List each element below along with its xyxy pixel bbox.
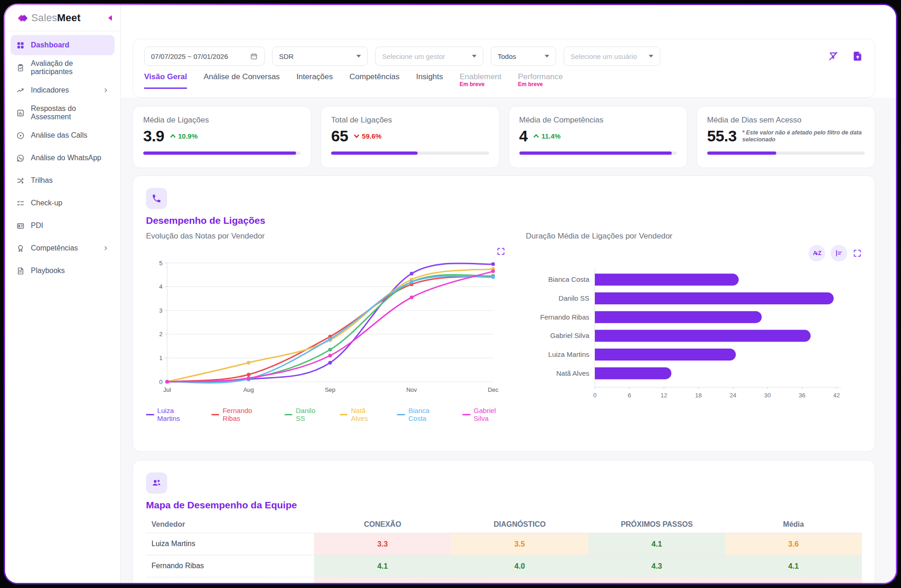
svg-text:Jul: Jul [163,386,171,393]
col-conexao: CONEXÃO [314,516,451,533]
line-chart-title: Evolução das Notas por Vendedor [146,232,512,241]
svg-text:Fernando Ribas: Fernando Ribas [540,313,589,321]
caret-down-icon [649,55,653,58]
line-chart-panel: Evolução das Notas por Vendedor 012345Ju… [146,232,512,422]
svg-text:36: 36 [799,392,805,399]
svg-text:2: 2 [159,331,163,338]
kpi-total-ligacoes: Total de Ligações 65 59.6% [320,106,499,168]
sidebar-item-respostas-assessment[interactable]: Respostas do Assessment [11,103,115,123]
legend-item[interactable]: Fernando Ribas [211,407,271,422]
sidebar-item-trilhas[interactable]: Trilhas [11,170,115,191]
kpi-label: Média de Competências [519,116,677,125]
date-range-input[interactable]: 07/07/2025 ~ 07/01/2026 [144,47,265,66]
sidebar-item-label: Check-up [31,199,62,207]
fullscreen-icon[interactable] [496,247,506,256]
legend-item[interactable]: Luiza Martins [146,407,198,422]
kpi-value: 55.3 [707,127,737,145]
line-chart-legend: Luiza MartinsFernando RibasDanilo SSNatã… [146,407,512,422]
fullscreen-icon[interactable] [853,249,862,258]
coming-soon-badge: Em breve [518,82,563,88]
sidebar-item-avaliacao[interactable]: Avaliação de participantes [11,58,115,78]
score-cell: 3.6 [725,533,862,555]
bar-chart-panel: Duração Média de Ligações por Vendedor A… [512,232,862,422]
sidebar-item-competencias[interactable]: Competências [11,238,115,258]
legend-label: Natã Alves [351,407,383,422]
play-circle-icon [16,131,25,140]
score-cell: 4.1 [314,555,451,577]
svg-text:30: 30 [764,392,771,399]
caret-down-icon [545,55,549,58]
team-table: Vendedor CONEXÃO DIAGNÓSTICO PRÓXIMOS PA… [146,516,862,583]
sidebar-item-label: PDI [31,221,43,230]
coming-soon-badge: Em breve [459,82,501,88]
clear-filter-icon[interactable] [828,51,839,62]
sidebar-item-pdi[interactable]: PDI [11,215,115,236]
svg-text:0: 0 [593,392,596,399]
legend-item[interactable]: Natã Alves [340,407,384,422]
app-window: SalesMeet Dashboard Avaliação de partici… [5,5,896,583]
tab-performance[interactable]: Performance Em breve [518,72,563,93]
legend-swatch [340,414,348,415]
kpi-media-ligacoes: Média de Ligações 3.9 10.9% [133,106,311,168]
sidebar-item-label: Trilhas [31,176,52,185]
svg-text:Dec: Dec [488,386,499,393]
col-proximos-passos: PRÓXIMOS PASSOS [588,516,725,533]
sidebar-collapse-icon[interactable] [108,15,112,21]
col-media: Média [725,516,862,533]
section-title: Desempenho de Ligações [146,215,862,226]
caret-down-icon [472,55,477,58]
sidebar-item-analise-whatsapp[interactable]: Análise do WhatsApp [11,148,115,168]
sidebar-item-checkup[interactable]: Check-up [11,193,115,213]
tab-insights[interactable]: Insights [416,72,443,87]
main-content: 07/07/2025 ~ 07/01/2026 SDR Selecione um… [121,5,896,583]
tab-visao-geral[interactable]: Visão Geral [144,72,187,89]
score-cell: 3.5 [451,533,588,555]
table-row: Fernando Ribas 4.1 4.0 4.3 4.1 [146,555,862,577]
line-chart: 012345JulAugSepNovDec [146,257,500,396]
gestor-placeholder: Selecione um gestor [382,52,445,60]
legend-item[interactable]: Danilo SS [285,407,326,422]
svg-text:Gabriel Silva: Gabriel Silva [550,332,590,339]
calendar-icon [250,52,258,60]
score-cell: 3.3 [314,533,451,555]
filter-bar: 07/07/2025 ~ 07/01/2026 SDR Selecione um… [133,39,875,98]
tab-analise-conversas[interactable]: Análise de Conversas [203,72,279,87]
tab-competencias[interactable]: Competências [349,72,400,87]
user-select[interactable]: Selecione um usuário [564,47,660,66]
kpi-label: Total de Ligações [331,116,488,125]
kpi-row: Média de Ligações 3.9 10.9% Total de Lig… [133,106,875,168]
kpi-value: 3.9 [143,127,164,145]
svg-text:Sep: Sep [325,386,335,393]
sort-az-button[interactable]: AZ [808,245,825,262]
svg-text:Nov: Nov [406,386,417,393]
caret-down-icon [356,55,361,58]
sidebar-item-analise-calls[interactable]: Análise das Calls [11,125,115,146]
svg-text:Danilo SS: Danilo SS [558,294,589,302]
tab-enablement[interactable]: Enablement Em breve [459,72,501,93]
sidebar-item-dashboard[interactable]: Dashboard [11,35,115,55]
legend-item[interactable]: Gabriel Silva [462,407,512,422]
role-select[interactable]: SDR [272,47,368,66]
checklist-icon [16,199,25,208]
vendedor-name: Luiza Martins [146,533,314,555]
logo: SalesMeet [5,5,120,31]
score-cell [314,577,451,583]
svg-text:5: 5 [159,260,163,267]
export-file-icon[interactable] [852,50,864,62]
sort-bars-icon [834,249,843,258]
tab-interacoes[interactable]: Interações [296,72,333,87]
svg-text:6: 6 [628,392,631,399]
sidebar-item-indicadores[interactable]: Indicadores [11,80,115,100]
legend-item[interactable]: Bianca Costa [397,407,448,422]
score-cell: 4.1 [588,533,725,555]
gestor-select[interactable]: Selecione um gestor [375,47,483,66]
clipboard-check-icon [16,64,25,72]
sidebar-item-playbooks[interactable]: Playbooks [11,261,115,281]
kpi-progress [331,151,488,155]
kpi-media-competencias: Média de Competências 4 11.4% [509,106,687,168]
scope-select[interactable]: Todos [491,47,556,66]
tab-label: Performance [518,72,563,82]
score-cell [588,577,725,583]
sort-bars-button[interactable] [831,245,847,262]
legend-label: Gabriel Silva [474,407,512,422]
